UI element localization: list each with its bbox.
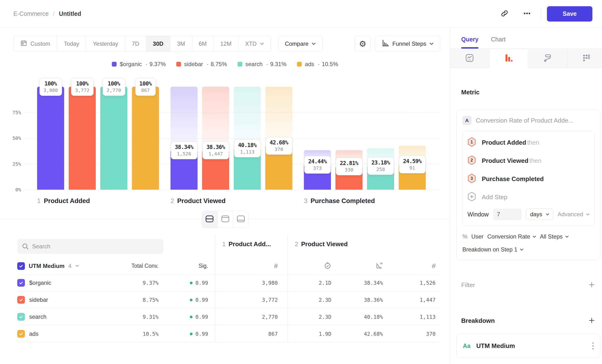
row-checkbox[interactable] (17, 279, 25, 287)
layout-table-only-button[interactable] (233, 211, 248, 228)
entity-selector[interactable]: User (471, 233, 484, 240)
window-unit-select[interactable]: days (526, 209, 553, 220)
breakdown-property-card[interactable]: Aa UTM Medium (456, 334, 600, 358)
chart-settings-button[interactable]: ⚙ (355, 36, 371, 52)
save-button[interactable]: Save (547, 6, 592, 21)
breadcrumb: E-Commerce / Untitled (13, 10, 81, 17)
add-filter-button[interactable] (589, 282, 595, 289)
more-menu-button[interactable] (520, 7, 534, 21)
search-input[interactable] (17, 239, 163, 254)
step-row-1[interactable]: 1 Product Addedthen (467, 133, 590, 152)
breakdown-label: Breakdown (461, 317, 495, 324)
range-12m[interactable]: 12M (214, 36, 238, 52)
table-row[interactable]: ads 10.5% 0.99 867 1.9D 42.68% 370 (17, 325, 439, 343)
metric-selector[interactable]: Conversion Rate (487, 233, 536, 240)
breadcrumb-current[interactable]: Untitled (59, 10, 81, 17)
legend-item[interactable]: search9.31% (237, 61, 287, 67)
row-checkbox[interactable] (17, 296, 25, 304)
range-xtd[interactable]: XTD (238, 36, 271, 52)
step-row-2[interactable]: 2 Product Viewedthen (467, 152, 590, 170)
range-custom[interactable]: Custom (14, 36, 57, 52)
window-value-input[interactable] (493, 209, 522, 220)
range-6m[interactable]: 6M (192, 36, 214, 52)
chevron-down-icon (260, 43, 264, 45)
range-3m[interactable]: 3M (170, 36, 192, 52)
funnel-bar[interactable]: 40.18%1,113 (234, 87, 261, 190)
range-yesterday[interactable]: Yesterday (86, 36, 125, 52)
funnel-bar-fill (132, 87, 159, 190)
compare-button[interactable]: Compare (278, 36, 323, 52)
insights-tab[interactable] (450, 49, 489, 68)
funnel-bar-fill (37, 87, 64, 190)
metric-title-row[interactable]: A Conversion Rate of Product Adde... (462, 116, 595, 125)
step-row-3[interactable]: 3 Purchase Completed (467, 170, 590, 188)
breakdown-on-selector[interactable]: Breakdown on Step 1 (462, 246, 595, 253)
legend-item[interactable]: sidebar8.75% (176, 61, 227, 67)
app-window: E-Commerce / Untitled Save (0, 0, 602, 364)
row-checkbox[interactable] (17, 313, 25, 321)
column-group-step2: 2 Product Viewed (287, 235, 440, 258)
legend-item[interactable]: $organic9.37% (112, 61, 166, 67)
count-column-header[interactable]: # (215, 258, 287, 274)
avg-time-icon (324, 262, 331, 270)
avg-time-column-header[interactable] (287, 258, 335, 274)
funnel-bar[interactable]: 22.81%330 (335, 87, 363, 190)
layout-chart-only-button[interactable] (217, 211, 233, 228)
funnels-tab[interactable] (489, 49, 528, 68)
step-hexagon-badge: 3 (467, 174, 476, 184)
chevron-down-icon (430, 43, 433, 45)
funnel-chart: 75% 50% 25% 0% 100%3,980100%3,772100%2,7… (24, 87, 441, 190)
conv-rate-column-header[interactable]: % (335, 258, 387, 274)
layout-split-button[interactable] (202, 211, 217, 228)
funnel-bar[interactable]: 24.59%91 (399, 87, 426, 190)
link-icon (500, 9, 509, 18)
funnel-bar[interactable]: 24.44%373 (304, 87, 331, 190)
kebab-menu-icon[interactable] (592, 343, 594, 349)
table-row[interactable]: sidebar 8.75% 0.99 3,772 2.3D 38.36% 1,4… (17, 291, 439, 309)
funnel-bar[interactable]: 100%2,770 (100, 87, 127, 190)
hash-icon: # (274, 262, 278, 270)
count2-column-header[interactable]: # (387, 258, 440, 274)
tab-chart[interactable]: Chart (491, 36, 505, 49)
range-today[interactable]: Today (57, 36, 86, 52)
total-conv-header[interactable]: Total Conv. (131, 263, 159, 269)
legend-item[interactable]: ads10.5% (297, 61, 338, 67)
funnel-bar[interactable]: 100%3,772 (69, 87, 96, 190)
table-row[interactable]: $organic 9.37% 0.99 3,980 2.1D 38.34% 1,… (17, 274, 439, 291)
sig-header[interactable]: Sig. (199, 263, 208, 269)
chevron-down-icon (586, 213, 590, 215)
table-row[interactable]: search 9.31% 0.99 2,770 2.3D 40.18% 1,11… (17, 309, 439, 325)
y-axis-tick: 50% (9, 135, 21, 141)
advanced-dropdown[interactable]: Advanced (558, 211, 590, 218)
select-all-checkbox[interactable] (17, 262, 25, 270)
share-link-button[interactable] (497, 7, 512, 21)
ellipsis-icon (523, 9, 531, 18)
view-type-button[interactable]: Funnel Steps (375, 36, 440, 52)
tab-query[interactable]: Query (461, 36, 478, 49)
breadcrumb-parent[interactable]: E-Commerce (13, 10, 49, 17)
calendar-icon (20, 40, 27, 48)
metric-title: Conversion Rate of Product Adde... (476, 117, 573, 124)
funnel-steps-card: 1 Product Addedthen 2 Product Viewedt (462, 131, 595, 226)
add-step-button[interactable]: Add Step (467, 188, 590, 206)
funnel-bar[interactable]: 23.18%258 (367, 87, 394, 190)
funnel-bar[interactable]: 38.36%1,447 (202, 87, 229, 190)
add-breakdown-button[interactable] (589, 317, 595, 324)
funnel-bar[interactable]: 100%3,980 (37, 87, 64, 190)
retention-tab[interactable] (567, 49, 602, 68)
funnel-bar[interactable]: 38.34%1,526 (171, 87, 198, 190)
bar-value-label: 42.68%370 (266, 137, 292, 155)
search-icon (22, 243, 29, 251)
legend-swatch (297, 62, 302, 67)
funnel-dropoff-ghost (171, 87, 198, 150)
funnel-bar[interactable]: 100%867 (132, 87, 159, 190)
range-7d[interactable]: 7D (125, 36, 146, 52)
breakdown-column-header[interactable]: UTM Medium 4 (17, 262, 131, 270)
range-30d[interactable]: 30D (146, 36, 170, 52)
funnel-step-group: 100%3,980100%3,772100%2,770100%867 (37, 87, 159, 190)
bar-value-label: 22.81%330 (336, 158, 362, 175)
scope-selector[interactable]: All Steps (540, 233, 569, 240)
flows-tab[interactable] (528, 49, 567, 68)
funnel-bar[interactable]: 42.68%370 (265, 87, 292, 190)
row-checkbox[interactable] (17, 330, 25, 338)
